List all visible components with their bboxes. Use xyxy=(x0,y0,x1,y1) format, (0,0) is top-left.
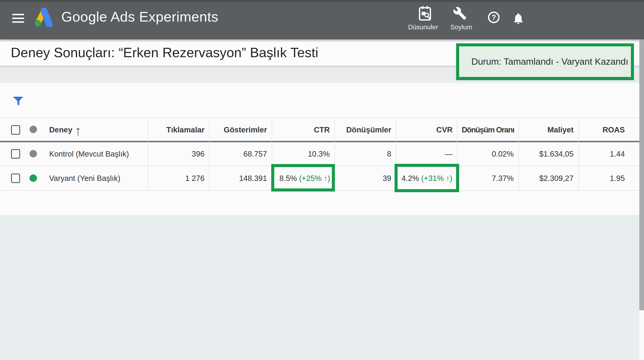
svg-text:?: ? xyxy=(492,13,496,22)
